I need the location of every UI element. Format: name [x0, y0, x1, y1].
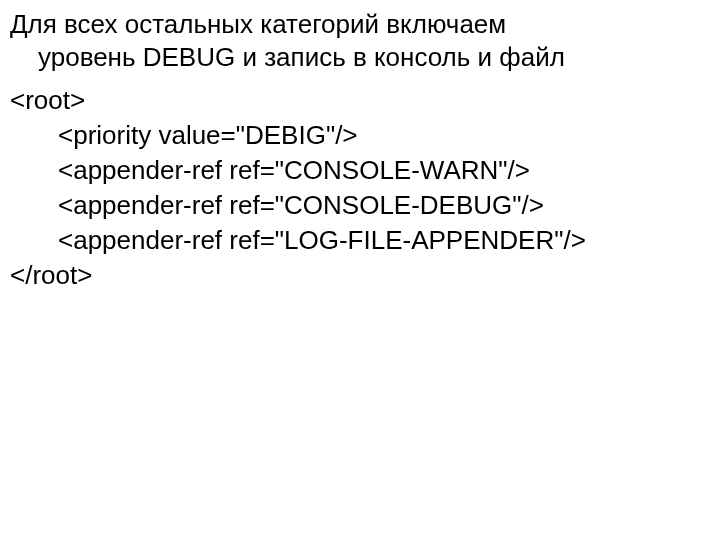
slide-content: Для всех остальных категорий включаем ур… [0, 0, 720, 302]
heading-line-1: Для всех остальных категорий включаем [10, 9, 506, 39]
code-root-close: </root> [10, 258, 710, 293]
code-appender-logfile: <appender-ref ref="LOG-FILE-APPENDER"/> [10, 223, 710, 258]
code-appender-warn: <appender-ref ref="CONSOLE-WARN"/> [10, 153, 710, 188]
slide-heading: Для всех остальных категорий включаем ур… [10, 8, 710, 73]
code-priority: <priority value="DEBIG"/> [10, 118, 710, 153]
code-root-open: <root> [10, 83, 710, 118]
heading-line-2: уровень DEBUG и запись в консоль и файл [10, 41, 710, 74]
code-appender-debug: <appender-ref ref="CONSOLE-DEBUG"/> [10, 188, 710, 223]
code-block: <root> <priority value="DEBIG"/> <append… [10, 83, 710, 294]
